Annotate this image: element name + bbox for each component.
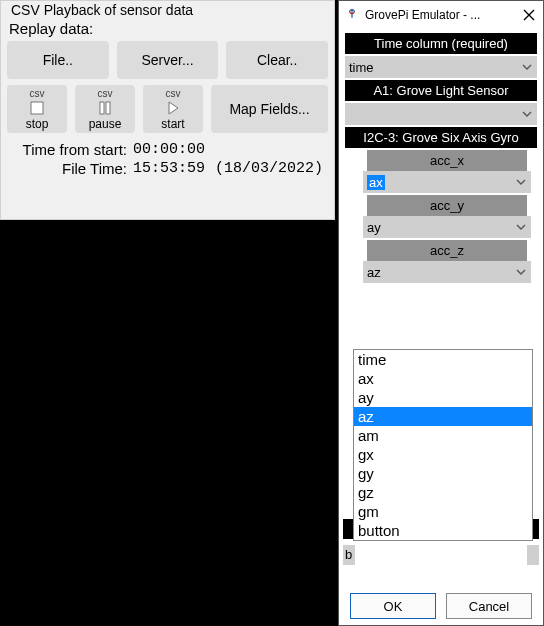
accy-combo[interactable]: ay <box>363 216 531 238</box>
clear-button[interactable]: Clear.. <box>226 41 328 79</box>
accy-value: ay <box>367 220 381 235</box>
play-icon <box>165 100 181 116</box>
file-time-value: 15:53:59 <box>133 160 205 177</box>
hidden-combo-stub-right <box>527 545 539 565</box>
csv-pause-label: pause <box>89 117 122 131</box>
svg-marker-3 <box>169 102 178 114</box>
dropdown-option[interactable]: ax <box>354 369 532 388</box>
header-time-column: Time column (required) <box>345 33 537 54</box>
fieldset-title: CSV Playback of sensor data <box>11 2 328 18</box>
accx-label: acc_x <box>367 150 527 171</box>
dropdown-option[interactable]: az <box>354 407 532 426</box>
csv-tag: csv <box>166 88 181 99</box>
svg-rect-1 <box>100 102 104 114</box>
header-a1: A1: Grove Light Sensor <box>345 80 537 101</box>
dropdown-option[interactable]: gm <box>354 502 532 521</box>
close-button[interactable] <box>519 5 539 25</box>
csv-start-label: start <box>161 117 184 131</box>
file-time-date: (18/03/2022) <box>215 160 323 177</box>
chevron-down-icon <box>515 176 527 188</box>
dropdown-option[interactable]: ay <box>354 388 532 407</box>
accz-dropdown-list[interactable]: timeaxayazamgxgygzgmbutton <box>353 349 533 541</box>
dialog-button-row: OK Cancel <box>339 593 543 619</box>
accz-value: az <box>367 265 381 280</box>
csv-playback-panel: CSV Playback of sensor data Replay data:… <box>0 0 335 220</box>
titlebar: GrovePi Emulator - ... <box>339 1 543 29</box>
emulator-config-window: GrovePi Emulator - ... Time column (requ… <box>338 0 544 626</box>
window-body: Time column (required) time A1: Grove Li… <box>339 29 543 287</box>
file-button[interactable]: File.. <box>7 41 109 79</box>
dropdown-option[interactable]: time <box>354 350 532 369</box>
time-from-start-row: Time from start: 00:00:00 <box>7 141 328 158</box>
replay-data-label: Replay data: <box>7 18 328 41</box>
csv-pause-button[interactable]: csv pause <box>75 85 135 133</box>
accx-combo[interactable]: ax <box>363 171 531 193</box>
csv-stop-button[interactable]: csv stop <box>7 85 67 133</box>
stop-icon <box>29 100 45 116</box>
cancel-button[interactable]: Cancel <box>446 593 532 619</box>
time-from-start-value: 00:00:00 <box>133 141 205 158</box>
dropdown-option[interactable]: button <box>354 521 532 540</box>
a1-combo[interactable] <box>345 103 537 125</box>
ok-button[interactable]: OK <box>350 593 436 619</box>
time-column-combo[interactable]: time <box>345 56 537 78</box>
app-icon <box>345 8 359 22</box>
accz-label: acc_z <box>367 240 527 261</box>
header-i2c3: I2C-3: Grove Six Axis Gyro <box>345 127 537 148</box>
chevron-down-icon <box>521 108 533 120</box>
csv-tag: csv <box>98 88 113 99</box>
pause-icon <box>97 100 113 116</box>
hidden-combo-label: b <box>345 547 352 562</box>
time-column-value: time <box>349 60 374 75</box>
top-button-row: File.. Server... Clear.. <box>7 41 328 79</box>
dropdown-option[interactable]: gy <box>354 464 532 483</box>
map-fields-button[interactable]: Map Fields... <box>211 85 328 133</box>
window-title: GrovePi Emulator - ... <box>365 8 480 22</box>
accy-label: acc_y <box>367 195 527 216</box>
file-time-row: File Time: 15:53:59 (18/03/2022) <box>7 160 328 177</box>
time-from-start-label: Time from start: <box>7 141 133 158</box>
accz-combo[interactable]: az <box>363 261 531 283</box>
dropdown-option[interactable]: gz <box>354 483 532 502</box>
server-button[interactable]: Server... <box>117 41 219 79</box>
csv-start-button[interactable]: csv start <box>143 85 203 133</box>
svg-rect-2 <box>106 102 110 114</box>
svg-rect-0 <box>31 102 43 114</box>
csv-control-row: csv stop csv pause csv start Map Fields.… <box>7 85 328 133</box>
accx-value: ax <box>367 175 385 190</box>
csv-stop-label: stop <box>26 117 49 131</box>
chevron-down-icon <box>515 221 527 233</box>
csv-tag: csv <box>30 88 45 99</box>
chevron-down-icon <box>515 266 527 278</box>
chevron-down-icon <box>521 61 533 73</box>
file-time-label: File Time: <box>7 160 133 177</box>
gyro-section: acc_x ax acc_y ay acc_z az <box>359 150 535 283</box>
dropdown-option[interactable]: gx <box>354 445 532 464</box>
close-icon <box>523 9 535 21</box>
dropdown-option[interactable]: am <box>354 426 532 445</box>
